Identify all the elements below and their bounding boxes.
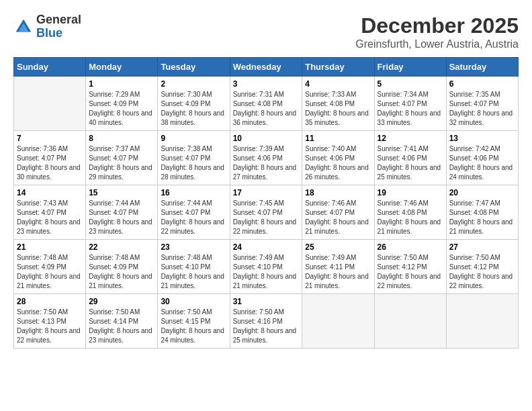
day-info: Sunrise: 7:48 AMSunset: 4:09 PMDaylight:… bbox=[17, 253, 83, 291]
day-info: Sunrise: 7:50 AMSunset: 4:15 PMDaylight:… bbox=[161, 308, 226, 345]
calendar-week-row: 7Sunrise: 7:36 AMSunset: 4:07 PMDaylight… bbox=[14, 131, 519, 185]
day-info: Sunrise: 7:37 AMSunset: 4:07 PMDaylight:… bbox=[89, 144, 154, 182]
day-info: Sunrise: 7:50 AMSunset: 4:16 PMDaylight:… bbox=[233, 308, 300, 345]
calendar-cell: 15Sunrise: 7:44 AMSunset: 4:07 PMDayligh… bbox=[86, 185, 158, 240]
day-number: 5 bbox=[378, 79, 443, 89]
day-number: 17 bbox=[233, 188, 300, 197]
day-number: 24 bbox=[233, 242, 300, 252]
day-info: Sunrise: 7:36 AMSunset: 4:07 PMDaylight:… bbox=[17, 144, 83, 182]
day-number: 3 bbox=[233, 79, 300, 89]
weekday-header: Wednesday bbox=[230, 58, 302, 77]
day-info: Sunrise: 7:30 AMSunset: 4:09 PMDaylight:… bbox=[161, 90, 226, 128]
day-number: 15 bbox=[89, 188, 154, 197]
day-number: 7 bbox=[17, 134, 83, 143]
day-number: 23 bbox=[161, 242, 226, 252]
day-info: Sunrise: 7:44 AMSunset: 4:07 PMDaylight:… bbox=[161, 199, 226, 236]
calendar-week-row: 14Sunrise: 7:43 AMSunset: 4:07 PMDayligh… bbox=[14, 185, 519, 240]
calendar-cell: 5Sunrise: 7:34 AMSunset: 4:07 PMDaylight… bbox=[374, 77, 446, 131]
day-number: 26 bbox=[378, 242, 443, 252]
calendar-cell: 29Sunrise: 7:50 AMSunset: 4:14 PMDayligh… bbox=[86, 294, 158, 349]
logo-text: General Blue bbox=[36, 13, 81, 40]
day-number: 31 bbox=[233, 297, 300, 306]
day-info: Sunrise: 7:40 AMSunset: 4:06 PMDaylight:… bbox=[305, 144, 371, 182]
calendar-week-row: 21Sunrise: 7:48 AMSunset: 4:09 PMDayligh… bbox=[14, 240, 519, 294]
calendar-cell: 3Sunrise: 7:31 AMSunset: 4:08 PMDaylight… bbox=[230, 77, 302, 131]
day-number: 18 bbox=[305, 188, 371, 197]
day-info: Sunrise: 7:34 AMSunset: 4:07 PMDaylight:… bbox=[378, 90, 443, 128]
day-info: Sunrise: 7:42 AMSunset: 4:06 PMDaylight:… bbox=[449, 144, 515, 182]
calendar-week-row: 1Sunrise: 7:29 AMSunset: 4:09 PMDaylight… bbox=[14, 77, 519, 131]
title-area: December 2025 Greinsfurth, Lower Austria… bbox=[355, 13, 519, 50]
logo-general: General bbox=[36, 13, 81, 27]
calendar-cell: 2Sunrise: 7:30 AMSunset: 4:09 PMDaylight… bbox=[158, 77, 230, 131]
weekday-header: Monday bbox=[86, 58, 158, 77]
day-info: Sunrise: 7:38 AMSunset: 4:07 PMDaylight:… bbox=[161, 144, 226, 182]
day-info: Sunrise: 7:50 AMSunset: 4:12 PMDaylight:… bbox=[378, 253, 443, 291]
day-number: 21 bbox=[17, 242, 83, 252]
day-number: 9 bbox=[161, 134, 226, 143]
day-info: Sunrise: 7:49 AMSunset: 4:10 PMDaylight:… bbox=[233, 253, 300, 291]
calendar-cell: 27Sunrise: 7:50 AMSunset: 4:12 PMDayligh… bbox=[446, 240, 518, 294]
day-number: 4 bbox=[305, 79, 371, 89]
day-info: Sunrise: 7:46 AMSunset: 4:08 PMDaylight:… bbox=[378, 199, 443, 236]
calendar-cell: 8Sunrise: 7:37 AMSunset: 4:07 PMDaylight… bbox=[86, 131, 158, 185]
day-number: 22 bbox=[89, 242, 154, 252]
day-info: Sunrise: 7:50 AMSunset: 4:14 PMDaylight:… bbox=[89, 308, 154, 345]
month-title: December 2025 bbox=[355, 13, 519, 38]
calendar-cell: 1Sunrise: 7:29 AMSunset: 4:09 PMDaylight… bbox=[86, 77, 158, 131]
day-info: Sunrise: 7:47 AMSunset: 4:08 PMDaylight:… bbox=[449, 199, 515, 236]
calendar-cell: 20Sunrise: 7:47 AMSunset: 4:08 PMDayligh… bbox=[446, 185, 518, 240]
logo: General Blue bbox=[13, 13, 81, 40]
weekday-header: Sunday bbox=[14, 58, 86, 77]
calendar-cell bbox=[446, 294, 518, 349]
calendar-cell bbox=[14, 77, 86, 131]
calendar-cell: 14Sunrise: 7:43 AMSunset: 4:07 PMDayligh… bbox=[14, 185, 86, 240]
calendar-cell: 25Sunrise: 7:49 AMSunset: 4:11 PMDayligh… bbox=[302, 240, 374, 294]
calendar-cell: 16Sunrise: 7:44 AMSunset: 4:07 PMDayligh… bbox=[158, 185, 230, 240]
weekday-header: Saturday bbox=[446, 58, 518, 77]
day-number: 12 bbox=[378, 134, 443, 143]
calendar-cell: 23Sunrise: 7:48 AMSunset: 4:10 PMDayligh… bbox=[158, 240, 230, 294]
day-info: Sunrise: 7:39 AMSunset: 4:06 PMDaylight:… bbox=[233, 144, 300, 182]
logo-blue: Blue bbox=[36, 27, 81, 40]
day-number: 13 bbox=[449, 134, 515, 143]
weekday-header: Thursday bbox=[302, 58, 374, 77]
calendar-cell: 30Sunrise: 7:50 AMSunset: 4:15 PMDayligh… bbox=[158, 294, 230, 349]
day-info: Sunrise: 7:50 AMSunset: 4:12 PMDaylight:… bbox=[449, 253, 515, 291]
day-info: Sunrise: 7:43 AMSunset: 4:07 PMDaylight:… bbox=[17, 199, 83, 236]
calendar-cell: 9Sunrise: 7:38 AMSunset: 4:07 PMDaylight… bbox=[158, 131, 230, 185]
calendar-cell bbox=[374, 294, 446, 349]
day-info: Sunrise: 7:33 AMSunset: 4:08 PMDaylight:… bbox=[305, 90, 371, 128]
day-number: 16 bbox=[161, 188, 226, 197]
calendar-cell: 7Sunrise: 7:36 AMSunset: 4:07 PMDaylight… bbox=[14, 131, 86, 185]
calendar-cell: 24Sunrise: 7:49 AMSunset: 4:10 PMDayligh… bbox=[230, 240, 302, 294]
day-info: Sunrise: 7:48 AMSunset: 4:10 PMDaylight:… bbox=[161, 253, 226, 291]
day-info: Sunrise: 7:44 AMSunset: 4:07 PMDaylight:… bbox=[89, 199, 154, 236]
location-title: Greinsfurth, Lower Austria, Austria bbox=[355, 38, 519, 50]
calendar-week-row: 28Sunrise: 7:50 AMSunset: 4:13 PMDayligh… bbox=[14, 294, 519, 349]
day-number: 19 bbox=[378, 188, 443, 197]
calendar-cell: 13Sunrise: 7:42 AMSunset: 4:06 PMDayligh… bbox=[446, 131, 518, 185]
weekday-header: Tuesday bbox=[158, 58, 230, 77]
weekday-header-row: SundayMondayTuesdayWednesdayThursdayFrid… bbox=[14, 58, 519, 77]
day-number: 29 bbox=[89, 297, 154, 306]
day-info: Sunrise: 7:46 AMSunset: 4:07 PMDaylight:… bbox=[305, 199, 371, 236]
page-header: General Blue December 2025 Greinsfurth, … bbox=[13, 13, 519, 50]
day-number: 30 bbox=[161, 297, 226, 306]
weekday-header: Friday bbox=[374, 58, 446, 77]
day-info: Sunrise: 7:41 AMSunset: 4:06 PMDaylight:… bbox=[378, 144, 443, 182]
day-number: 27 bbox=[449, 242, 515, 252]
calendar-cell: 6Sunrise: 7:35 AMSunset: 4:07 PMDaylight… bbox=[446, 77, 518, 131]
calendar-cell: 21Sunrise: 7:48 AMSunset: 4:09 PMDayligh… bbox=[14, 240, 86, 294]
calendar-cell: 22Sunrise: 7:48 AMSunset: 4:09 PMDayligh… bbox=[86, 240, 158, 294]
day-number: 1 bbox=[89, 79, 154, 89]
day-info: Sunrise: 7:35 AMSunset: 4:07 PMDaylight:… bbox=[449, 90, 515, 128]
day-number: 6 bbox=[449, 79, 515, 89]
calendar-cell: 19Sunrise: 7:46 AMSunset: 4:08 PMDayligh… bbox=[374, 185, 446, 240]
day-info: Sunrise: 7:29 AMSunset: 4:09 PMDaylight:… bbox=[89, 90, 154, 128]
calendar: SundayMondayTuesdayWednesdayThursdayFrid… bbox=[13, 57, 519, 349]
day-info: Sunrise: 7:50 AMSunset: 4:13 PMDaylight:… bbox=[17, 308, 83, 345]
day-info: Sunrise: 7:49 AMSunset: 4:11 PMDaylight:… bbox=[305, 253, 371, 291]
calendar-cell: 28Sunrise: 7:50 AMSunset: 4:13 PMDayligh… bbox=[14, 294, 86, 349]
day-info: Sunrise: 7:48 AMSunset: 4:09 PMDaylight:… bbox=[89, 253, 154, 291]
